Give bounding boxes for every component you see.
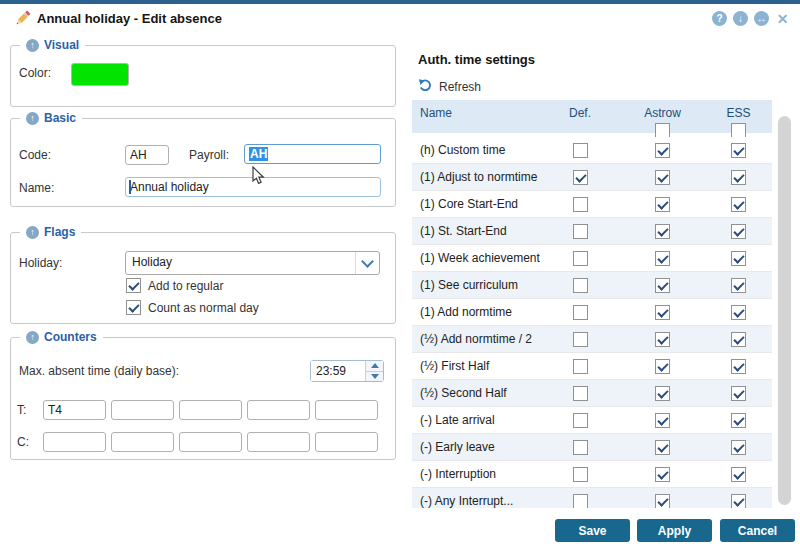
astrow-checkbox[interactable] [655, 440, 670, 455]
ess-checkbox[interactable] [731, 386, 746, 401]
def-checkbox[interactable] [573, 386, 588, 401]
c-counter-input[interactable] [247, 432, 310, 452]
collapse-section-icon[interactable] [26, 112, 39, 125]
row-name: (h) Custom time [412, 143, 540, 157]
ess-checkbox[interactable] [731, 413, 746, 428]
holiday-select-value: Holiday [132, 255, 172, 269]
help-icon[interactable] [712, 11, 727, 26]
column-header-astrow: Astrow [620, 100, 705, 138]
visual-legend: Visual [20, 38, 85, 52]
astrow-checkbox[interactable] [655, 359, 670, 374]
t-counter-input[interactable] [315, 400, 378, 420]
def-checkbox[interactable] [573, 305, 588, 320]
ess-checkbox[interactable] [731, 467, 746, 482]
def-checkbox[interactable] [573, 467, 588, 482]
save-button[interactable]: Save [555, 519, 630, 542]
ess-checkbox[interactable] [731, 170, 746, 185]
ess-checkbox[interactable] [731, 359, 746, 374]
t-counter-input[interactable] [111, 400, 174, 420]
table-row: (1) Add normtime [412, 299, 772, 326]
c-counter-input[interactable] [111, 432, 174, 452]
color-label: Color: [19, 66, 51, 80]
c-counter-input[interactable] [179, 432, 242, 452]
row-name: (1) Core Start-End [412, 197, 540, 211]
ess-checkbox[interactable] [731, 440, 746, 455]
ess-checkbox[interactable] [731, 197, 746, 212]
refresh-button[interactable]: Refresh [418, 78, 481, 96]
close-icon[interactable] [775, 11, 790, 26]
dialog-title: Annual holiday - Edit absence [37, 11, 222, 26]
def-checkbox[interactable] [573, 359, 588, 374]
ess-checkbox[interactable] [731, 251, 746, 266]
ess-checkbox[interactable] [731, 278, 746, 293]
t-counter-input[interactable] [43, 400, 106, 420]
astrow-checkbox[interactable] [655, 467, 670, 482]
def-checkbox[interactable] [573, 440, 588, 455]
color-swatch[interactable] [71, 63, 129, 86]
def-checkbox[interactable] [573, 170, 588, 185]
resize-icon[interactable] [754, 11, 769, 26]
apply-button[interactable]: Apply [637, 519, 712, 542]
astrow-checkbox[interactable] [655, 278, 670, 293]
code-input[interactable] [125, 145, 169, 165]
t-counter-input[interactable] [247, 400, 310, 420]
astrow-checkbox[interactable] [655, 143, 670, 158]
payroll-input[interactable]: AH [244, 144, 381, 164]
def-checkbox[interactable] [573, 413, 588, 428]
flag-checkbox[interactable] [126, 278, 141, 293]
holiday-select[interactable]: Holiday [125, 251, 380, 275]
cancel-button[interactable]: Cancel [720, 519, 795, 542]
c-counter-input[interactable] [43, 432, 106, 452]
astrow-checkbox[interactable] [655, 494, 670, 509]
flag-option: Add to regular [126, 278, 223, 293]
row-name: (-) Late arrival [412, 413, 540, 427]
max-absent-input[interactable] [311, 361, 365, 381]
astrow-checkbox[interactable] [655, 305, 670, 320]
c-counter-inputs [43, 432, 378, 452]
table-row: (1) St. Start-End [412, 218, 772, 245]
def-checkbox[interactable] [573, 494, 588, 509]
spinner-down-button[interactable] [366, 372, 383, 382]
astrow-checkbox[interactable] [655, 197, 670, 212]
ess-checkbox[interactable] [731, 224, 746, 239]
row-name: (1) Adjust to normtime [412, 170, 540, 184]
counters-legend: Counters [20, 330, 103, 344]
collapse-section-icon[interactable] [26, 331, 39, 344]
astrow-checkbox[interactable] [655, 332, 670, 347]
t-counter-input[interactable] [179, 400, 242, 420]
def-checkbox[interactable] [573, 197, 588, 212]
def-checkbox[interactable] [573, 332, 588, 347]
max-absent-label: Max. absent time (daily base): [19, 364, 179, 378]
table-scrollbar-thumb[interactable] [778, 116, 791, 505]
ess-checkbox[interactable] [731, 332, 746, 347]
collapse-section-icon[interactable] [26, 226, 39, 239]
astrow-checkbox[interactable] [655, 251, 670, 266]
select-dropdown-button[interactable] [355, 252, 379, 274]
astrow-checkbox[interactable] [655, 170, 670, 185]
ess-checkbox[interactable] [731, 494, 746, 509]
flag-checkbox[interactable] [126, 300, 141, 315]
astrow-select-all-checkbox[interactable] [655, 123, 670, 138]
table-row: (1) Week achievement... [412, 245, 772, 272]
astrow-checkbox[interactable] [655, 224, 670, 239]
def-checkbox[interactable] [573, 278, 588, 293]
def-checkbox[interactable] [573, 143, 588, 158]
pencil-icon [13, 9, 32, 31]
ess-checkbox[interactable] [731, 143, 746, 158]
row-name: (1) Week achievement... [412, 251, 540, 265]
c-counter-input[interactable] [315, 432, 378, 452]
spinner-up-button[interactable] [366, 361, 383, 372]
collapse-icon[interactable] [733, 11, 748, 26]
astrow-checkbox[interactable] [655, 413, 670, 428]
table-row: (-) Late arrival [412, 407, 772, 434]
flags-legend: Flags [20, 225, 81, 239]
table-row: (h) Custom time [412, 137, 772, 164]
ess-checkbox[interactable] [731, 305, 746, 320]
def-checkbox[interactable] [573, 224, 588, 239]
astrow-checkbox[interactable] [655, 386, 670, 401]
column-header-ess: ESS [705, 100, 772, 138]
def-checkbox[interactable] [573, 251, 588, 266]
table-row: (½) Add normtime / 2 [412, 326, 772, 353]
collapse-section-icon[interactable] [26, 39, 39, 52]
ess-select-all-checkbox[interactable] [731, 123, 746, 138]
